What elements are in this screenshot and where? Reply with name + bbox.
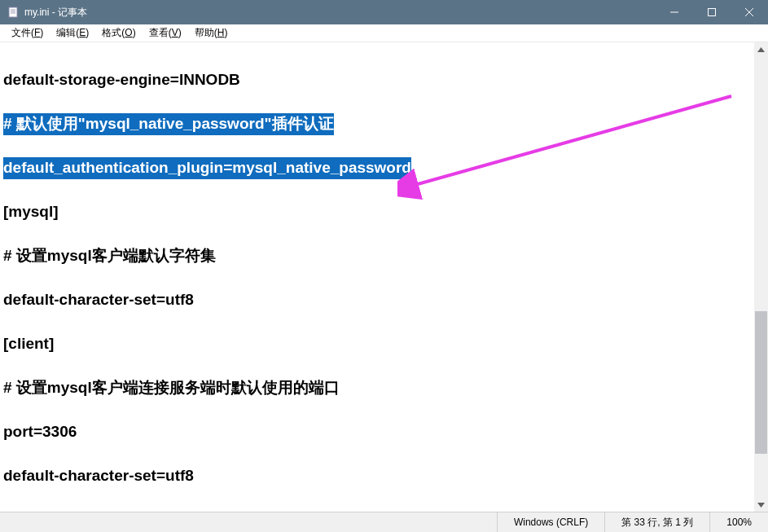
text-line: # 设置mysql客户端默认字符集 xyxy=(3,245,751,267)
text-line xyxy=(3,47,751,69)
svg-rect-0 xyxy=(9,7,17,17)
scroll-down-arrow[interactable] xyxy=(754,498,768,512)
svg-marker-8 xyxy=(757,47,765,52)
text-line: default-character-set=utf8 xyxy=(3,465,751,487)
scroll-thumb[interactable] xyxy=(755,311,767,454)
menubar: 文件(F) 编辑(E) 格式(O) 查看(V) 帮助(H) xyxy=(0,24,768,42)
status-position: 第 33 行, 第 1 列 xyxy=(604,512,709,532)
status-zoom: 100% xyxy=(709,512,768,532)
minimize-button[interactable] xyxy=(656,0,693,24)
text-line xyxy=(3,179,751,201)
text-line xyxy=(3,91,751,113)
text-line: [client] xyxy=(3,333,751,355)
selected-text: default_authentication_plugin=mysql_nati… xyxy=(3,157,411,179)
text-line: default-storage-engine=INNODB xyxy=(3,69,751,91)
menu-edit[interactable]: 编辑(E) xyxy=(50,24,95,42)
text-line xyxy=(3,135,751,157)
svg-marker-9 xyxy=(757,503,765,508)
text-line xyxy=(3,355,751,377)
text-line xyxy=(3,223,751,245)
menu-view[interactable]: 查看(V) xyxy=(143,24,188,42)
svg-rect-5 xyxy=(709,9,716,16)
vertical-scrollbar[interactable] xyxy=(754,42,768,512)
scroll-up-arrow[interactable] xyxy=(754,42,768,56)
menu-file[interactable]: 文件(F) xyxy=(5,24,50,42)
close-button[interactable] xyxy=(731,0,768,24)
text-line xyxy=(3,399,751,421)
menu-format[interactable]: 格式(O) xyxy=(95,24,142,42)
notepad-icon xyxy=(7,6,20,19)
text-editor[interactable]: default-storage-engine=INNODB # 默认使用"mys… xyxy=(0,42,754,512)
text-line: default-character-set=utf8 xyxy=(3,289,751,311)
statusbar: Windows (CRLF) 第 33 行, 第 1 列 100% xyxy=(0,512,768,532)
window-title: my.ini - 记事本 xyxy=(24,6,656,20)
text-line: default_authentication_plugin=mysql_nati… xyxy=(3,157,751,179)
text-line: [mysql] xyxy=(3,201,751,223)
text-line xyxy=(3,443,751,465)
text-line xyxy=(3,311,751,333)
window-controls xyxy=(656,0,768,24)
selected-text: # 默认使用"mysql_native_password"插件认证 xyxy=(3,113,334,135)
menu-help[interactable]: 帮助(H) xyxy=(188,24,235,42)
maximize-button[interactable] xyxy=(693,0,731,24)
status-encoding: Windows (CRLF) xyxy=(497,512,604,532)
text-line: # 默认使用"mysql_native_password"插件认证 xyxy=(3,113,751,135)
text-line: # 设置mysql客户端连接服务端时默认使用的端口 xyxy=(3,377,751,399)
editor-container: default-storage-engine=INNODB # 默认使用"mys… xyxy=(0,42,768,512)
text-line: port=3306 xyxy=(3,421,751,443)
text-line xyxy=(3,267,751,289)
titlebar: my.ini - 记事本 xyxy=(0,0,768,24)
